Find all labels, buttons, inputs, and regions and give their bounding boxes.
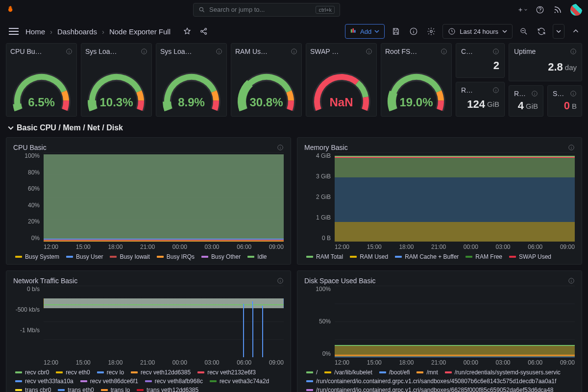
legend-label: trans lo	[111, 387, 130, 392]
panel-title-text: SWAP …	[310, 48, 363, 55]
legend-item[interactable]: recv veth33faa10a	[15, 378, 74, 385]
legend-item[interactable]: recv veth86dce6f1	[80, 378, 138, 385]
gauge-value: NaN	[329, 96, 353, 109]
legend-label: /run/credentials/systemd-sysusers.servic	[455, 369, 561, 376]
dashboard-title-actions	[182, 26, 209, 36]
panel-network-basic[interactable]: Network Traffic Basic 0 b/s-500 kb/s-1 M…	[6, 270, 291, 392]
gauge-value: 10.3%	[99, 96, 133, 109]
legend-item[interactable]: /boot/efi	[379, 369, 410, 376]
gauge-panel[interactable]: Root FS… 19.0%	[381, 43, 452, 117]
legend-item[interactable]: RAM Free	[466, 253, 502, 260]
gauge-panel[interactable]: Sys Loa… 10.3%	[81, 43, 152, 117]
settings-icon[interactable]	[425, 25, 438, 38]
add-panel-button[interactable]: Add	[345, 24, 385, 39]
legend-item[interactable]: recv lo	[97, 369, 124, 376]
crumb-dashboards[interactable]: Dashboards	[57, 27, 97, 36]
legend-item[interactable]: recv eth0	[56, 369, 90, 376]
panel-cpu-basic[interactable]: CPU Basic 100%80%60%40%20%0% 12:0015:001…	[6, 137, 291, 265]
legend-swatch	[247, 256, 254, 258]
refresh-icon[interactable]	[535, 25, 548, 38]
legend-item[interactable]: recv veth12dd6385	[131, 369, 191, 376]
legend-item[interactable]: trans veth12dd6385	[137, 387, 198, 392]
stat-unit: B	[572, 102, 577, 110]
stat-value: 4	[518, 99, 524, 112]
dashboard-info-icon[interactable]	[407, 25, 420, 38]
refresh-interval-dropdown[interactable]	[553, 24, 564, 39]
legend-label: RAM Free	[475, 253, 502, 260]
menu-toggle-icon[interactable]	[9, 28, 19, 35]
legend-swatch	[15, 371, 22, 373]
legend-label: /	[316, 369, 318, 376]
gauge-panel[interactable]: CPU Bu… 6.5%	[6, 43, 77, 117]
row-header-basic[interactable]: Basic CPU / Mem / Net / Disk	[8, 123, 582, 132]
gauge-panel[interactable]: Sys Loa… 8.9%	[156, 43, 227, 117]
stat-swap-total[interactable]: S… 0B	[547, 85, 582, 117]
legend-item[interactable]: recv veth2132e6f3	[197, 369, 256, 376]
crumb-home[interactable]: Home	[25, 27, 45, 36]
stat-col-2: Uptime 2.8day R… 4GiB S… 0B	[509, 43, 582, 117]
time-range-picker[interactable]: Last 24 hours	[442, 24, 513, 39]
legend-item[interactable]: recv vetha3c74a2d	[210, 378, 269, 385]
info-icon	[531, 90, 538, 97]
svg-rect-10	[354, 30, 356, 32]
stat-value: 2.8	[548, 61, 563, 74]
grafana-logo-icon[interactable]	[6, 5, 16, 15]
panel-title-text: Root FS…	[385, 48, 438, 55]
gauge-panel[interactable]: SWAP … NaN	[306, 43, 377, 117]
legend-item[interactable]: /run/containerd/io.containerd.grpc.v1.cr…	[306, 378, 556, 385]
gauge-value: 6.5%	[28, 96, 55, 109]
legend-item[interactable]: trans lo	[101, 387, 130, 392]
zoom-out-icon[interactable]	[517, 25, 530, 38]
legend-item[interactable]: /run/credentials/systemd-sysusers.servic	[445, 369, 561, 376]
rss-icon[interactable]	[553, 5, 563, 15]
collapse-icon[interactable]	[569, 25, 582, 38]
legend-item[interactable]: RAM Cache + Buffer	[395, 253, 459, 260]
legend-swatch	[145, 380, 152, 382]
panel-disk-basic[interactable]: Disk Space Used Basic 100%50%0% 12:0015:…	[297, 270, 582, 392]
legend-item[interactable]: Busy System	[15, 253, 59, 260]
legend-item[interactable]: /	[306, 369, 318, 376]
star-icon[interactable]	[182, 26, 192, 36]
legend-item[interactable]: trans cbr0	[15, 387, 51, 392]
legend-item[interactable]: RAM Used	[350, 253, 388, 260]
legend-item[interactable]: /run/containerd/io.containerd.grpc.v1.cr…	[306, 387, 553, 392]
user-avatar[interactable]	[570, 4, 582, 16]
stat-cpu-cores[interactable]: C… 2	[456, 43, 505, 78]
share-icon[interactable]	[199, 26, 209, 36]
legend-label: Busy Other	[211, 253, 241, 260]
stat-rootfs[interactable]: R… 124GiB	[456, 82, 505, 117]
panel-title-text: CPU Basic	[13, 144, 271, 151]
help-icon[interactable]	[535, 5, 545, 15]
legend-swatch	[15, 389, 22, 391]
legend-label: /var/lib/kubelet	[334, 369, 372, 376]
x-axis: 12:0015:0018:0021:0000:0003:0006:0009:00	[335, 244, 575, 250]
legend-item[interactable]: RAM Total	[306, 253, 343, 260]
legend-item[interactable]: /mnt	[416, 369, 438, 376]
legend-swatch	[324, 371, 331, 373]
svg-point-13	[414, 29, 414, 30]
legend: Busy SystemBusy UserBusy IowaitBusy IRQs…	[15, 253, 284, 260]
add-menu-icon[interactable]	[517, 5, 527, 15]
legend-item[interactable]: Busy User	[66, 253, 103, 260]
legend-label: Busy Iowait	[120, 253, 149, 260]
legend-item[interactable]: Idle	[247, 253, 267, 260]
legend-item[interactable]: recv cbr0	[15, 369, 49, 376]
global-search[interactable]: Search or jump to... ctrl+k	[193, 3, 340, 17]
legend-item[interactable]: recv veth8afb968c	[145, 378, 203, 385]
legend-item[interactable]: Busy Iowait	[110, 253, 149, 260]
legend-item[interactable]: trans eth0	[58, 387, 94, 392]
legend-item[interactable]: Busy Other	[201, 253, 241, 260]
stat-uptime[interactable]: Uptime 2.8day	[509, 43, 582, 81]
panel-memory-basic[interactable]: Memory Basic 4 GiB3 GiB2 GiB1 GiB0 B 12:…	[297, 137, 582, 265]
gauge-panel[interactable]: RAM Us… 30.8%	[231, 43, 302, 117]
legend-swatch	[110, 256, 117, 258]
legend-item[interactable]: /var/lib/kubelet	[324, 369, 372, 376]
stat-ram-total[interactable]: R… 4GiB	[509, 85, 543, 117]
legend-item[interactable]: SWAP Used	[509, 253, 551, 260]
legend-label: recv veth2132e6f3	[207, 369, 256, 376]
legend-swatch	[306, 256, 313, 258]
save-icon[interactable]	[390, 25, 402, 38]
row-title: Basic CPU / Mem / Net / Disk	[17, 123, 123, 132]
stat-title: R…	[514, 90, 528, 98]
legend-item[interactable]: Busy IRQs	[157, 253, 195, 260]
